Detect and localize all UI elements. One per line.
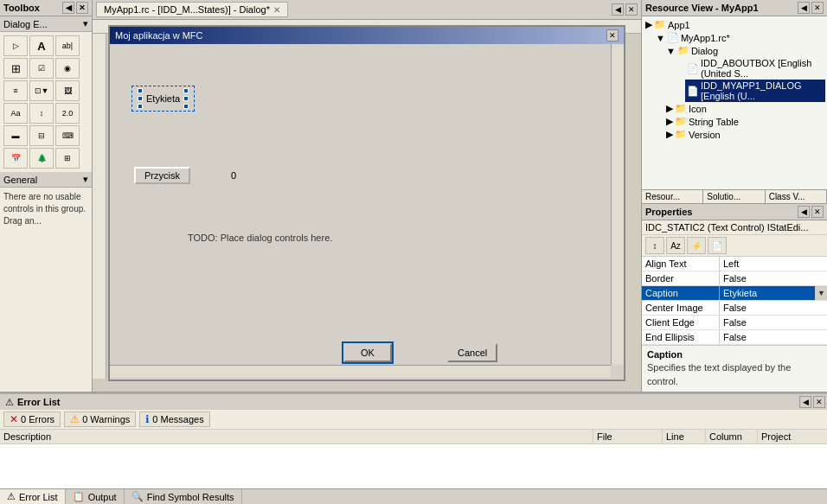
prop-caption-dropdown[interactable]: ▼ [815,286,827,300]
toolbox-item-datetime[interactable]: 📅 [3,148,28,169]
toolbox-item-spin[interactable]: 2.0 [55,103,80,124]
toolbox-pin-icon[interactable]: ◀ [62,2,74,14]
tree-item-app[interactable]: ▶ 📁 App1 [644,18,825,31]
resource-tab-resour-label: Resour... [645,192,680,201]
find-symbol-tab-icon: 🔍 [131,491,144,502]
prop-caption-value[interactable]: Etykieta [720,286,815,300]
toolbox-item-group[interactable]: ⊞ [3,58,28,79]
scrollbar-vertical[interactable] [611,44,624,365]
warnings-button[interactable]: ⚠ 0 Warnings [64,411,136,427]
dialog-folder-expand: ▼ [666,46,676,56]
prop-align-name: Align Text [642,257,720,271]
idd-about-label: IDD_ABOUTBOX [English (United S... [701,58,824,79]
errors-label: 0 Errors [21,414,54,424]
toolbox-item-text[interactable]: A [29,35,54,56]
editor-canvas[interactable]: Moj aplikacja w MFC ✕ [93,20,641,392]
editor-close-icon[interactable]: ✕ [625,3,638,16]
prop-alpha-icon[interactable]: Az [666,237,685,254]
properties-control-label: IDC_STATIC2 (Text Control) IStatEdi... [645,222,808,233]
tree-item-idd-about[interactable]: 📄 IDD_ABOUTBOX [English (United S... [685,57,825,80]
tree-item-idd-myapp[interactable]: 📄 IDD_MYAPP1_DIALOG [English (U... [685,80,825,102]
prop-client-edge-name: Client Edge [642,316,720,329]
przycisk-button[interactable]: Przycisk [134,167,190,184]
toolbox-header-controls: ◀ ✕ [62,2,88,14]
dialog-close-button[interactable]: ✕ [606,29,619,41]
toolbox-general-section[interactable]: General ▾ [0,172,92,188]
prop-pages-icon[interactable]: 📄 [708,237,727,254]
bottom-tab-find-symbol[interactable]: 🔍 Find Symbol Results [125,489,242,504]
tree-item-version[interactable]: ▶ 📁 Version [664,128,825,141]
version-label: Version [689,130,721,140]
prop-align-value[interactable]: Left [720,257,827,271]
tree-item-dialog-folder[interactable]: ▼ 📁 Dialog [664,44,825,57]
prop-row-client-edge: Client Edge False [642,316,827,330]
toolbox-general-content: There are no usable controls in this gro… [0,188,92,231]
scrollbar-horizontal[interactable] [110,365,611,378]
static-zero: 0 [231,170,236,181]
toolbox-header: Toolbox ◀ ✕ [0,0,92,16]
tree-item-icon-folder[interactable]: ▶ 📁 Icon [664,102,825,115]
toolbox-item-listctrl[interactable]: ⊞ [55,148,80,169]
editor-area: MyApp1.rc - [IDD_M...States)] - Dialog* … [93,0,641,392]
editor-tab-item[interactable]: MyApp1.rc - [IDD_M...States)] - Dialog* … [96,2,288,17]
dialog-content[interactable]: Etykieta Przycisk [110,44,624,378]
toolbox-item-combo[interactable]: ⊡▼ [29,80,54,101]
properties-pin-icon[interactable]: ◀ [798,206,810,218]
toolbox-item-check[interactable]: ☑ [29,58,54,79]
editor-pin-icon[interactable]: ◀ [612,3,624,16]
ok-button[interactable]: OK [343,343,392,362]
toolbox-item-static[interactable]: Aa [3,103,28,124]
toolbox-general-expand: ▾ [83,174,88,185]
app-name-label: App1 [668,20,690,30]
resource-close-icon[interactable]: ✕ [811,2,824,14]
editor-tab-close-icon[interactable]: ✕ [273,5,280,15]
toolbox-close-icon[interactable]: ✕ [76,2,88,14]
prop-center-image-value[interactable]: False [720,301,827,315]
messages-button[interactable]: ℹ 0 Messages [139,411,209,427]
tree-item-file[interactable]: ▼ 📄 MyApp1.rc* [654,31,825,44]
toolbox-item-slider[interactable]: ⊟ [29,125,54,146]
resource-view-header: Resource View - MyApp1 ◀ ✕ [642,0,827,16]
properties-title: Properties [645,207,692,217]
prop-row-caption[interactable]: Caption Etykieta ▼ [642,286,827,301]
etykieta-selected-wrapper: Etykieta [131,86,195,112]
properties-close-icon[interactable]: ✕ [811,206,824,218]
resource-pin-icon[interactable]: ◀ [798,2,810,14]
toolbox-item-pointer[interactable]: ▷ [3,35,28,56]
bottom-tab-find-symbol-label: Find Symbol Results [147,492,234,502]
etykieta-control[interactable]: Etykieta [131,86,195,112]
toolbox-item-progress[interactable]: ▬ [3,125,28,146]
toolbox-item-tree[interactable]: 🌲 [29,148,54,169]
error-list-pin[interactable]: ◀ [799,396,811,408]
toolbox-item-radio[interactable]: ◉ [55,58,80,79]
toolbox-item-scrollbar[interactable]: ↕ [29,103,54,124]
caption-description-section: Caption Specifies the text displayed by … [642,345,827,392]
bottom-tab-output[interactable]: 📋 Output [66,489,125,504]
prop-caption-name: Caption [642,286,720,300]
version-icon: 📁 [675,129,687,140]
toolbox-dialog-section[interactable]: Dialog E... ▾ [0,16,92,32]
prop-row-center-image: Center Image False [642,301,827,316]
tree-item-string-table[interactable]: ▶ 📁 String Table [664,115,825,128]
prop-event-icon[interactable]: ⚡ [687,237,706,254]
prop-border-value[interactable]: False [720,271,827,285]
error-list-close[interactable]: ✕ [813,396,825,408]
resource-tab-classv[interactable]: Class V... [766,190,827,203]
dialog-title-text: Moj aplikacja w MFC [115,30,202,41]
prop-end-ellipsis-value[interactable]: False [720,330,827,344]
toolbox-item-hotkey[interactable]: ⌨ [55,125,80,146]
resource-header-icons: ◀ ✕ [798,2,824,14]
toolbox-item-list[interactable]: ≡ [3,80,28,101]
toolbox-item-picture[interactable]: 🖼 [55,80,80,101]
toolbox-general-text: There are no usable controls in this gro… [3,192,86,226]
cancel-button[interactable]: Cancel [447,343,497,362]
bottom-tab-error-label: Error List [19,492,58,502]
errors-button[interactable]: ✕ 0 Errors [3,411,61,427]
prop-client-edge-value[interactable]: False [720,316,827,329]
resource-tab-solutio[interactable]: Solutio... [703,190,765,203]
bottom-tab-error-list[interactable]: ⚠ Error List [0,489,66,504]
properties-control-title: IDC_STATIC2 (Text Control) IStatEdi... [642,220,827,235]
prop-sort-icon[interactable]: ↕ [645,237,664,254]
toolbox-item-edit[interactable]: ab| [55,35,80,56]
resource-tab-resour[interactable]: Resour... [642,190,703,203]
